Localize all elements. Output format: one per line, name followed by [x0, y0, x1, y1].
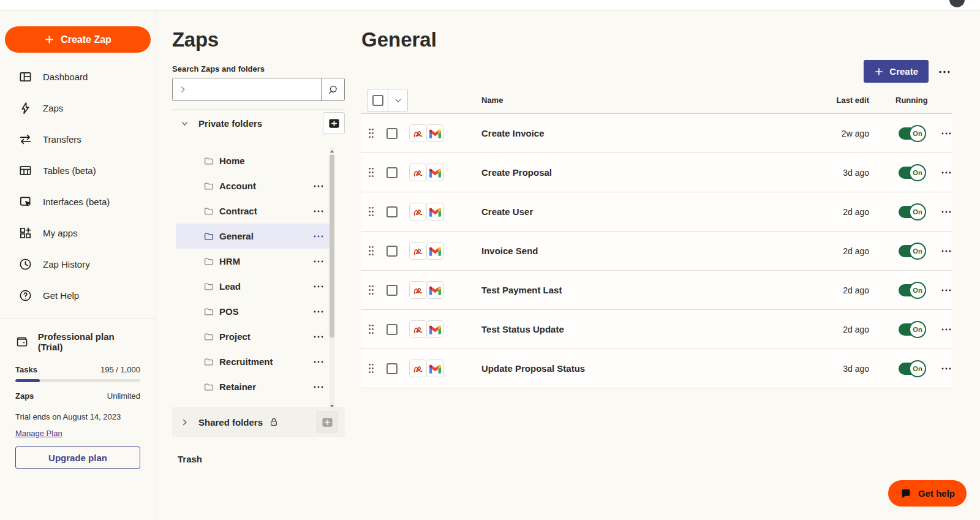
sidebar-nav-item[interactable]: Zap History — [0, 249, 156, 280]
running-toggle[interactable]: On — [899, 125, 926, 142]
upgrade-plan-button[interactable]: Upgrade plan — [15, 447, 140, 469]
scroll-thumb[interactable] — [330, 155, 334, 337]
select-menu-button[interactable] — [388, 89, 407, 111]
folder-item[interactable]: Project — [176, 324, 330, 349]
drag-handle[interactable] — [368, 323, 375, 335]
row-menu-button[interactable] — [940, 288, 952, 292]
folder-item[interactable]: General — [176, 224, 330, 249]
sidebar-nav-item[interactable]: Transfers — [0, 124, 156, 155]
row-menu-button[interactable] — [940, 171, 952, 175]
folder-icon — [203, 156, 214, 167]
zap-name[interactable]: Create Proposal — [481, 167, 814, 178]
create-zap-button[interactable]: Create Zap — [5, 26, 151, 53]
row-menu-button[interactable] — [940, 132, 952, 135]
zap-row[interactable]: Test Payment Last 2d ago On — [361, 271, 952, 310]
zap-name[interactable]: Create User — [481, 206, 814, 217]
zap-row[interactable]: Create Proposal 3d ago On — [361, 153, 952, 192]
folder-menu-button[interactable] — [312, 385, 325, 389]
sidebar-nav-item[interactable]: My apps — [0, 217, 156, 249]
folder-name: Project — [219, 331, 251, 342]
row-menu-button[interactable] — [940, 328, 952, 331]
folder-plus-dark-icon — [328, 118, 340, 129]
running-toggle[interactable]: On — [899, 282, 926, 299]
drag-handle[interactable] — [368, 284, 375, 296]
drag-handle[interactable] — [368, 245, 375, 257]
transfers-icon — [18, 132, 32, 146]
row-checkbox[interactable] — [386, 324, 398, 335]
running-toggle[interactable]: On — [899, 321, 926, 338]
sidebar-nav-item[interactable]: Get Help — [0, 280, 156, 311]
zap-row[interactable]: Invoice Send 2d ago On — [361, 232, 952, 271]
zap-name[interactable]: Invoice Send — [481, 246, 814, 256]
drag-handle[interactable] — [368, 167, 375, 178]
row-checkbox[interactable] — [386, 128, 398, 139]
row-checkbox[interactable] — [386, 285, 398, 296]
search-button[interactable] — [321, 78, 344, 100]
folder-menu-button[interactable] — [312, 184, 325, 188]
search-input[interactable] — [173, 78, 321, 100]
folder-item[interactable]: Retainer — [176, 374, 330, 399]
folder-menu-button[interactable] — [312, 335, 325, 339]
search-box — [172, 78, 345, 101]
create-button[interactable]: Create — [864, 60, 929, 83]
row-menu-button[interactable] — [940, 249, 952, 253]
user-avatar[interactable] — [949, 0, 965, 7]
zap-name[interactable]: Update Proposal Status — [481, 363, 814, 374]
running-toggle[interactable]: On — [899, 164, 926, 181]
row-checkbox[interactable] — [386, 246, 398, 257]
zap-name[interactable]: Test Status Update — [481, 324, 814, 334]
row-menu-button[interactable] — [940, 210, 952, 214]
row-checkbox[interactable] — [386, 167, 398, 178]
folder-item[interactable]: HRM — [176, 249, 330, 274]
select-all-control[interactable] — [368, 89, 408, 112]
manage-plan-link[interactable]: Manage Plan — [15, 429, 62, 438]
running-toggle[interactable]: On — [899, 360, 926, 377]
row-menu-button[interactable] — [940, 367, 952, 371]
add-shared-folder-button[interactable] — [317, 412, 337, 432]
folder-menu-button[interactable] — [312, 310, 325, 314]
zap-name[interactable]: Test Payment Last — [481, 285, 814, 295]
trash-link[interactable]: Trash — [172, 454, 345, 464]
folder-menu-button[interactable] — [312, 360, 325, 364]
sidebar: Create Zap Dashboard Zaps Transfers — [0, 11, 156, 520]
folder-scrollbar[interactable] — [330, 148, 334, 410]
scroll-up-icon[interactable] — [330, 148, 334, 155]
folder-item[interactable]: Contract — [176, 198, 330, 224]
drag-handle[interactable] — [368, 206, 375, 217]
collapse-chevron-icon[interactable] — [180, 119, 189, 128]
scroll-down-icon[interactable] — [330, 402, 334, 410]
private-folders-header[interactable]: Private folders — [172, 110, 345, 137]
running-toggle[interactable]: On — [899, 203, 926, 220]
running-toggle[interactable]: On — [899, 243, 926, 260]
folder-menu-button[interactable] — [312, 209, 325, 213]
sidebar-nav-item[interactable]: Dashboard — [0, 61, 156, 92]
folder-item[interactable]: Account — [176, 173, 330, 198]
sidebar-nav-item[interactable]: Interfaces (beta) — [0, 186, 156, 217]
folder-item[interactable]: Recruitment — [176, 349, 330, 374]
shared-folders-header[interactable]: Shared folders — [172, 407, 345, 437]
folder-item[interactable]: Home — [176, 148, 330, 173]
zap-row[interactable]: Test Status Update 2d ago On — [361, 310, 952, 349]
zap-row[interactable]: Create Invoice 2w ago On — [361, 114, 952, 153]
folder-menu-button[interactable] — [312, 285, 325, 288]
row-checkbox[interactable] — [386, 363, 398, 374]
folder-menu-button[interactable] — [312, 235, 325, 238]
row-checkbox[interactable] — [386, 206, 398, 217]
add-private-folder-button[interactable] — [323, 112, 345, 134]
folder-menu-button[interactable] — [312, 260, 325, 263]
select-all-checkbox[interactable] — [372, 95, 383, 106]
drag-handle[interactable] — [368, 363, 375, 374]
zap-row[interactable]: Update Proposal Status 3d ago On — [361, 349, 952, 388]
zap-name[interactable]: Create Invoice — [481, 128, 814, 138]
get-help-button[interactable]: Get help — [888, 480, 967, 507]
app-icons — [409, 242, 481, 260]
sidebar-nav-item[interactable]: Tables (beta) — [0, 155, 156, 186]
sidebar-nav-item[interactable]: Zaps — [0, 92, 156, 124]
folder-item[interactable]: Lead — [176, 274, 330, 299]
drag-handle[interactable] — [368, 127, 375, 139]
zap-row[interactable]: Create User 2d ago On — [361, 192, 952, 232]
folder-name: General — [219, 231, 254, 241]
folder-actions-menu-button[interactable] — [937, 64, 952, 78]
expand-chevron-icon[interactable] — [180, 418, 189, 427]
folder-item[interactable]: POS — [176, 299, 330, 324]
